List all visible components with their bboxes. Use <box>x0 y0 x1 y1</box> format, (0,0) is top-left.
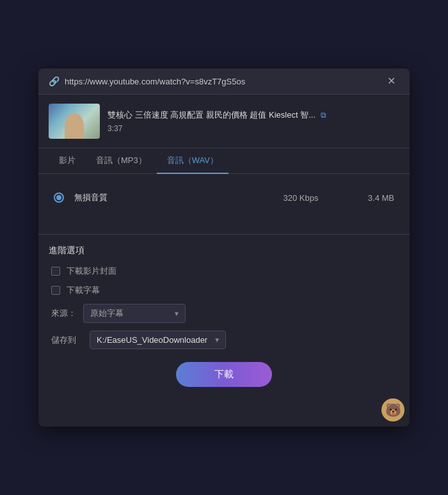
save-path-row: 儲存到 K:/EaseUS_VideoDownloader ▼ <box>49 331 399 349</box>
save-path-dropdown[interactable]: K:/EaseUS_VideoDownloader ▼ <box>90 331 226 349</box>
advanced-title: 進階選項 <box>49 245 399 256</box>
save-dropdown-arrow-icon: ▼ <box>214 336 220 343</box>
quality-row[interactable]: 無損音質 320 Kbps 3.4 MB <box>49 184 399 211</box>
video-info-section: 雙核心 三倍速度 高規配置 親民的價格 超值 Kieslect 智... ⧉ 3… <box>38 95 410 148</box>
download-dialog: 🔗 https://www.youtube.com/watch?v=s8vzT7… <box>38 68 410 427</box>
source-dropdown[interactable]: 原始字幕 ▼ <box>83 304 186 323</box>
download-button-area: 下載 <box>38 349 410 402</box>
format-tabs: 影片 音訊（MP3） 音訊（WAV） <box>38 148 410 174</box>
quality-list: 無損音質 320 Kbps 3.4 MB <box>38 174 410 221</box>
quality-bitrate: 320 Kbps <box>269 193 333 203</box>
url-display: https://www.youtube.com/watch?v=s8vzT7gS… <box>65 77 378 86</box>
save-path-value: K:/EaseUS_VideoDownloader <box>97 335 207 345</box>
source-value: 原始字幕 <box>90 308 167 319</box>
tab-wav[interactable]: 音訊（WAV） <box>157 148 228 174</box>
video-thumbnail <box>49 104 100 139</box>
download-cover-label: 下載影片封面 <box>67 265 116 277</box>
quality-radio[interactable] <box>54 192 64 203</box>
download-subtitle-label: 下載字幕 <box>67 285 100 296</box>
close-button[interactable]: ✕ <box>383 75 399 88</box>
link-icon: 🔗 <box>49 76 60 86</box>
source-row: 來源： 原始字幕 ▼ <box>49 304 399 323</box>
download-cover-row: 下載影片封面 <box>49 265 399 277</box>
download-subtitle-row: 下載字幕 <box>49 285 399 296</box>
advanced-section: 進階選項 下載影片封面 下載字幕 來源： 原始字幕 ▼ 儲存到 K:/EaseU… <box>38 234 410 349</box>
download-button[interactable]: 下載 <box>176 362 272 387</box>
external-link-icon[interactable]: ⧉ <box>321 111 326 120</box>
dropdown-arrow-icon: ▼ <box>173 310 180 317</box>
video-duration: 3:37 <box>108 124 399 133</box>
quality-size: 3.4 MB <box>343 193 394 203</box>
download-cover-checkbox[interactable] <box>51 267 60 276</box>
mascot-icon: 🐻 <box>381 398 404 421</box>
tab-mp3[interactable]: 音訊（MP3） <box>86 148 157 174</box>
dialog-header: 🔗 https://www.youtube.com/watch?v=s8vzT7… <box>38 68 410 95</box>
quality-label: 無損音質 <box>74 192 259 203</box>
save-label: 儲存到 <box>51 334 83 346</box>
video-meta: 雙核心 三倍速度 高規配置 親民的價格 超值 Kieslect 智... ⧉ 3… <box>108 109 399 132</box>
download-subtitle-checkbox[interactable] <box>51 286 60 295</box>
source-label: 來源： <box>51 308 77 319</box>
tab-video[interactable]: 影片 <box>49 148 86 174</box>
video-title: 雙核心 三倍速度 高規配置 親民的價格 超值 Kieslect 智... ⧉ <box>108 109 399 121</box>
